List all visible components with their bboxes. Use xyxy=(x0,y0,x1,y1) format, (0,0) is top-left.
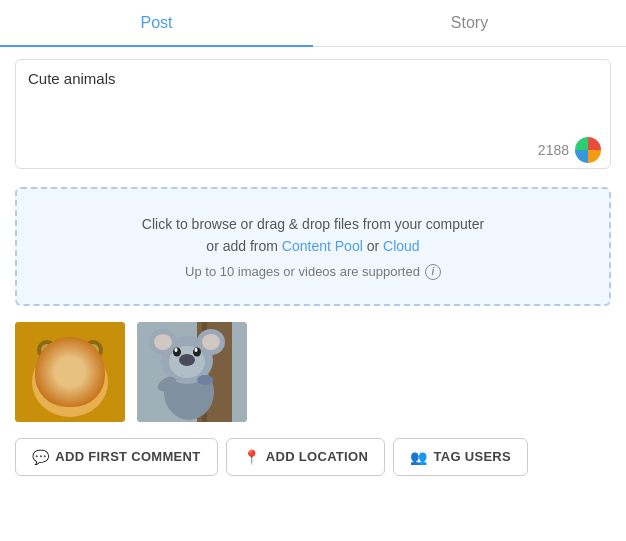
svg-point-32 xyxy=(195,348,198,352)
svg-point-3 xyxy=(40,345,100,389)
cat-image xyxy=(15,322,125,422)
koala-image xyxy=(137,322,247,422)
caption-input[interactable]: Cute animals xyxy=(15,59,611,169)
svg-point-2 xyxy=(42,346,98,402)
tab-post-label: Post xyxy=(140,14,172,31)
svg-point-26 xyxy=(202,334,220,350)
svg-point-12 xyxy=(77,366,80,370)
main-content: Cute animals 2188 Click to browse or dra… xyxy=(0,47,626,488)
add-location-button[interactable]: ADD LOCATION xyxy=(226,438,386,476)
svg-point-10 xyxy=(75,365,83,375)
svg-point-5 xyxy=(83,340,103,360)
drop-zone[interactable]: Click to browse or drag & drop files fro… xyxy=(15,187,611,306)
cloud-link[interactable]: Cloud xyxy=(383,238,420,254)
svg-point-28 xyxy=(179,354,195,366)
thumbnail-list xyxy=(15,322,611,422)
thumbnail-cat[interactable] xyxy=(15,322,125,422)
content-pool-link[interactable]: Content Pool xyxy=(282,238,363,254)
add-location-label: ADD LOCATION xyxy=(266,449,368,464)
action-buttons: ADD FIRST COMMENT ADD LOCATION TAG USERS xyxy=(15,438,611,476)
drop-zone-sub: Up to 10 images or videos are supported … xyxy=(33,264,593,280)
char-count: 2188 xyxy=(538,142,569,158)
svg-point-6 xyxy=(41,344,53,356)
comment-icon xyxy=(32,449,49,465)
tab-bar: Post Story xyxy=(0,0,626,47)
svg-point-4 xyxy=(37,340,57,360)
tab-story[interactable]: Story xyxy=(313,0,626,46)
svg-point-34 xyxy=(197,375,213,385)
svg-point-11 xyxy=(59,366,62,370)
svg-point-7 xyxy=(87,344,99,356)
svg-line-16 xyxy=(77,375,95,377)
svg-point-13 xyxy=(67,376,73,380)
drop-zone-main-text: Click to browse or drag & drop files fro… xyxy=(33,213,593,235)
svg-line-14 xyxy=(45,375,63,377)
thumbnail-koala[interactable] xyxy=(137,322,247,422)
svg-point-8 xyxy=(48,354,92,394)
svg-point-25 xyxy=(154,334,172,350)
char-count-row: 2188 xyxy=(538,137,601,163)
add-first-comment-label: ADD FIRST COMMENT xyxy=(55,449,200,464)
tag-users-label: TAG USERS xyxy=(433,449,511,464)
tab-post[interactable]: Post xyxy=(0,0,313,46)
tag-users-button[interactable]: TAG USERS xyxy=(393,438,528,476)
add-first-comment-button[interactable]: ADD FIRST COMMENT xyxy=(15,438,218,476)
svg-point-9 xyxy=(57,365,65,375)
location-icon xyxy=(243,449,260,465)
caption-wrapper: Cute animals 2188 xyxy=(15,59,611,173)
svg-point-31 xyxy=(175,348,178,352)
info-icon: i xyxy=(425,264,441,280)
svg-point-1 xyxy=(32,347,108,417)
emoji-picker-icon[interactable] xyxy=(575,137,601,163)
drop-zone-links-row: or add from Content Pool or Cloud xyxy=(33,235,593,257)
tab-story-label: Story xyxy=(451,14,488,31)
tag-icon xyxy=(410,449,427,465)
